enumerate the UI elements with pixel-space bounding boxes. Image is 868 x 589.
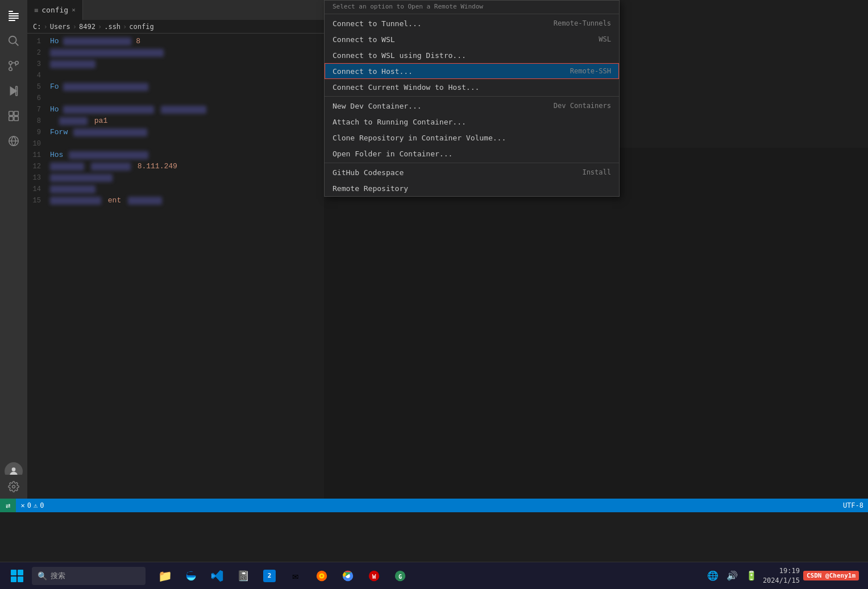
status-bar: ⇄ ✕ 0 ⚠ 0 UTF-8 — [0, 499, 868, 512]
menu-item-connect-wsl-label: Connect to WSL — [333, 35, 395, 44]
svg-rect-19 — [11, 570, 16, 575]
remote-icon: ⇄ — [6, 501, 10, 510]
activity-extensions[interactable] — [2, 105, 25, 127]
status-encoding[interactable]: UTF-8 — [838, 501, 868, 509]
status-errors[interactable]: ✕ 0 ⚠ 0 — [16, 499, 48, 512]
code-line: 1 Ho 8 — [27, 36, 334, 47]
blur-11 — [69, 151, 148, 159]
warning-count: 0 — [40, 501, 44, 509]
menu-item-connect-wsl-distro[interactable]: Connect to WSL using Distro... — [325, 47, 619, 63]
taskbar-tray: 🌐 🔊 🔋 19:19 2024/1/15 CSDN @Cheny1m — [705, 566, 863, 586]
editor-empty-area — [27, 227, 323, 489]
svg-rect-3 — [9, 18, 19, 19]
tab-close-button[interactable]: × — [72, 6, 76, 14]
taskbar-app-badge[interactable]: 2 — [257, 563, 282, 588]
taskbar-search-box[interactable]: 🔍 搜索 — [32, 567, 146, 585]
menu-item-connect-current-label: Connect Current Window to Host... — [333, 83, 479, 92]
settings-gear-button[interactable] — [2, 475, 25, 498]
taskbar-app-chrome[interactable] — [335, 563, 360, 588]
menu-item-new-dev-container-label: New Dev Container... — [333, 102, 422, 110]
menu-item-connect-host[interactable]: Connect to Host... Remote-SSH — [325, 63, 619, 79]
warning-icon: ⚠ — [34, 501, 38, 509]
svg-rect-13 — [14, 111, 18, 115]
csdn-badge[interactable]: CSDN @Cheny1m — [803, 571, 859, 580]
code-line: 14 — [27, 184, 334, 195]
activity-source-control[interactable] — [2, 55, 25, 77]
blur-5 — [63, 83, 148, 91]
activity-bar — [0, 0, 27, 512]
svg-point-17 — [12, 467, 16, 471]
activity-explorer[interactable] — [2, 5, 25, 27]
tray-sound-icon[interactable]: 🔊 — [724, 569, 740, 582]
menu-item-new-dev-container[interactable]: New Dev Container... Dev Containers — [325, 98, 619, 114]
breadcrumb-users: Users — [50, 23, 70, 31]
menu-item-clone-repo-label: Clone Repository in Container Volume... — [333, 134, 506, 142]
code-editor[interactable]: 1 Ho 8 2 3 4 5 — [27, 34, 334, 209]
menu-item-new-dev-container-badge: Dev Containers — [554, 102, 611, 110]
taskbar-app-red[interactable]: W — [362, 563, 387, 588]
tray-network-icon[interactable]: 🌐 — [705, 569, 721, 582]
taskbar-app-mail[interactable]: ✉️ — [283, 563, 308, 588]
code-line: 2 — [27, 47, 334, 59]
tray-clock[interactable]: 19:19 2024/1/15 — [763, 566, 800, 586]
right-empty-area — [324, 148, 868, 512]
settings-bar — [0, 475, 27, 499]
clock-date: 2024/1/15 — [763, 576, 800, 586]
breadcrumb-config: config — [129, 23, 153, 31]
breadcrumb: C: › Users › 8492 › .ssh › config — [27, 20, 334, 34]
activity-search[interactable] — [2, 30, 25, 52]
taskbar-apps: 📁 📓 2 ✉️ — [152, 563, 413, 588]
code-line: 9 Forw — [27, 127, 334, 138]
start-button[interactable] — [5, 563, 30, 588]
menu-item-connect-host-badge: Remote-SSH — [570, 67, 611, 75]
svg-point-18 — [13, 486, 15, 488]
breadcrumb-ssh: .ssh — [104, 23, 121, 31]
menu-item-connect-tunnel[interactable]: Connect to Tunnel... Remote-Tunnels — [325, 15, 619, 31]
menu-item-clone-repo[interactable]: Clone Repository in Container Volume... — [325, 130, 619, 146]
activity-remote[interactable] — [2, 130, 25, 152]
menu-item-attach-container[interactable]: Attach to Running Container... — [325, 114, 619, 130]
menu-item-open-folder-label: Open Folder in Container... — [333, 150, 452, 158]
svg-rect-4 — [9, 20, 15, 21]
context-menu: Select an option to Open a Remote Window… — [324, 0, 620, 197]
menu-item-github-codespace-badge: Install — [582, 168, 611, 176]
menu-item-connect-current[interactable]: Connect Current Window to Host... — [325, 79, 619, 95]
tab-label: config — [41, 6, 68, 14]
menu-item-remote-repo[interactable]: Remote Repository — [325, 180, 619, 196]
code-line: 3 — [27, 59, 334, 70]
menu-separator — [325, 14, 619, 14]
svg-line-6 — [15, 43, 18, 45]
menu-item-connect-wsl[interactable]: Connect to WSL WSL — [325, 31, 619, 47]
search-icon: 🔍 — [38, 571, 47, 580]
taskbar-app-explorer[interactable]: 📁 — [152, 563, 177, 588]
menu-item-connect-wsl-badge: WSL — [599, 35, 611, 43]
taskbar-app-edge[interactable] — [178, 563, 203, 588]
svg-text:W: W — [372, 573, 376, 580]
status-remote-button[interactable]: ⇄ — [0, 499, 16, 512]
taskbar-app-browser[interactable] — [309, 563, 334, 588]
taskbar-app-vscode[interactable] — [205, 563, 230, 588]
menu-separator-2 — [325, 96, 619, 97]
menu-item-open-folder[interactable]: Open Folder in Container... — [325, 146, 619, 161]
taskbar-app-green[interactable]: G — [388, 563, 413, 588]
menu-item-connect-tunnel-badge: Remote-Tunnels — [554, 19, 611, 27]
svg-rect-0 — [9, 11, 13, 12]
svg-rect-2 — [9, 15, 19, 16]
svg-rect-21 — [11, 576, 16, 582]
taskbar-app-onenote[interactable]: 📓 — [231, 563, 256, 588]
code-line: 10 — [27, 138, 334, 150]
code-line: 6 — [27, 93, 334, 104]
svg-rect-14 — [9, 117, 13, 121]
menu-item-github-codespace[interactable]: GitHub Codespace Install — [325, 164, 619, 180]
menu-item-github-codespace-label: GitHub Codespace — [333, 168, 404, 177]
blur-7b — [161, 106, 206, 114]
taskbar: 🔍 搜索 📁 📓 2 ✉️ — [0, 562, 868, 589]
svg-point-25 — [321, 575, 323, 577]
menu-item-connect-wsl-distro-label: Connect to WSL using Distro... — [333, 51, 466, 60]
tray-battery-icon[interactable]: 🔋 — [744, 569, 759, 582]
activity-run[interactable] — [2, 80, 25, 102]
blur-7a — [63, 106, 154, 114]
tab-config[interactable]: ≡ config × — [27, 0, 83, 20]
breadcrumb-c: C: — [33, 23, 41, 31]
svg-rect-22 — [18, 576, 23, 582]
